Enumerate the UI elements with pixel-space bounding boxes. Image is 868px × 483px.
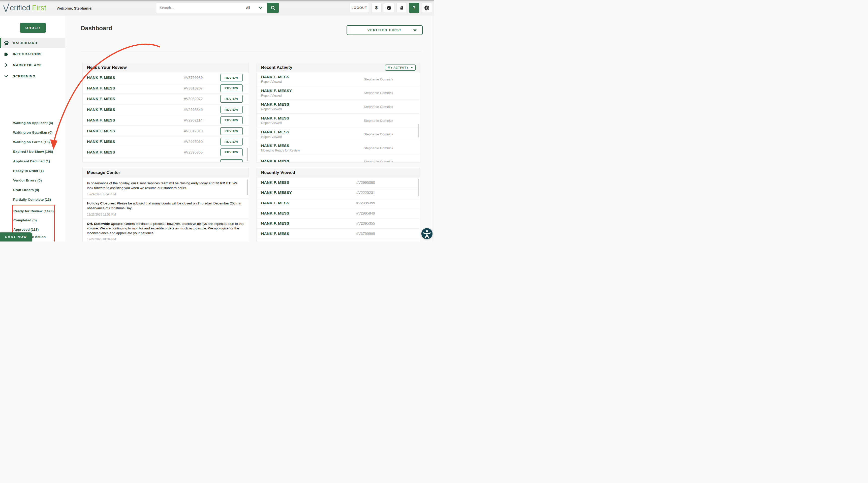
- needs-review-row: HANK F. MESS #V2395355 REVIEW: [83, 147, 249, 158]
- activity-row: HANK F. MESS Stephanie Comnick: [257, 155, 420, 162]
- welcome-user-name: Stephanie: [74, 6, 91, 10]
- order-number: #V2995849: [184, 108, 203, 112]
- review-button[interactable]: REVIEW: [220, 159, 243, 162]
- clock-icon: [386, 5, 392, 10]
- applicant-name-link[interactable]: HANK F. MESS: [261, 180, 289, 185]
- review-button[interactable]: REVIEW: [220, 138, 243, 146]
- accessibility-person-icon: [421, 228, 433, 240]
- chat-now-button[interactable]: CHAT NOW: [0, 233, 32, 241]
- accessibility-widget-button[interactable]: [421, 228, 433, 240]
- dashboard-page: erified First Welcome, Stephanie! All: [0, 0, 434, 241]
- screening-filter-link[interactable]: Applicant Declined (1): [0, 156, 65, 166]
- applicant-name-link[interactable]: HANK F. MESS: [87, 108, 115, 112]
- lock-icon: [399, 5, 404, 10]
- applicant-name-link[interactable]: HANK F. MESS: [261, 221, 289, 225]
- scrollbar-thumb[interactable]: [418, 124, 420, 138]
- screening-filter-link[interactable]: Expired / No Show (198): [0, 147, 65, 156]
- sidebar-nav: DASHBOARD INTEGRATIONS: [0, 38, 65, 81]
- security-button[interactable]: [397, 3, 407, 13]
- applicant-name-link[interactable]: HANK F. MESS: [87, 150, 115, 154]
- screening-filter-link[interactable]: Ready for Review (1428): [13, 207, 54, 216]
- verified-first-logo[interactable]: erified First: [3, 3, 46, 12]
- recently-viewed-panel: Recently Viewed HANK F. MESS #V2995060 H…: [256, 168, 420, 241]
- search-button[interactable]: [267, 3, 279, 13]
- search-scope-select[interactable]: All: [245, 3, 267, 13]
- order-button[interactable]: ORDER: [20, 23, 46, 33]
- sidebar-item-integrations[interactable]: INTEGRATIONS: [0, 49, 65, 59]
- chevron-down-icon: [3, 75, 9, 78]
- message-bold-lead: Holiday Closures:: [87, 202, 116, 205]
- needs-review-row: HANK F. MESS #V3799989 REVIEW: [83, 72, 249, 83]
- order-number: #V3032072: [184, 97, 203, 101]
- search-scope-value: All: [246, 6, 250, 10]
- needs-your-review-panel: Needs Your Review HANK F. MESS #V3799989…: [83, 63, 249, 162]
- activity-filter-dropdown[interactable]: MY ACTIVITY: [385, 64, 415, 70]
- applicant-name-link[interactable]: HANK F. MESSY: [261, 190, 292, 195]
- logo-checkmark-v-icon: [3, 3, 9, 12]
- screening-filter-link[interactable]: Partially Complete (13): [0, 194, 65, 204]
- screening-filter-link[interactable]: Ready to Order (1): [0, 166, 65, 176]
- recently-viewed-row: HANK F. MESSY #V2220231: [257, 188, 420, 198]
- screening-filter-link[interactable]: Waiting on Guardian (0): [0, 127, 65, 137]
- review-button[interactable]: REVIEW: [220, 149, 243, 156]
- review-button[interactable]: REVIEW: [220, 106, 243, 114]
- order-number: #V3313207: [184, 86, 203, 90]
- review-button[interactable]: REVIEW: [220, 95, 243, 102]
- panel-header: Recently Viewed: [257, 168, 420, 178]
- logo-text-first: First: [32, 3, 46, 12]
- activity-user: Stephanie Comnick: [364, 146, 393, 150]
- activity-user: Stephanie Comnick: [364, 104, 393, 109]
- sidebar-item-label: SCREENING: [13, 74, 35, 78]
- order-number: #V3799989: [184, 76, 203, 80]
- dollar-icon: $: [375, 5, 377, 10]
- screening-filter-link[interactable]: Vendor Errors (0): [0, 176, 65, 185]
- account-selector-dropdown[interactable]: VERIFIED FIRST: [346, 25, 423, 35]
- applicant-name-link[interactable]: HANK F. MESS: [87, 129, 115, 133]
- recent-activity-panel: Recent Activity MY ACTIVITY HANK F. MESS…: [256, 63, 420, 162]
- history-button[interactable]: [384, 3, 394, 13]
- needs-review-row: HANK F. MESS #V2995849 REVIEW: [83, 104, 249, 115]
- message-text: In observance of the holiday, our Client…: [87, 181, 245, 190]
- applicant-name-link[interactable]: HANK F. MESS: [87, 118, 115, 122]
- scrollbar-thumb[interactable]: [418, 179, 420, 196]
- needs-review-row: HANK F. MESS #V3032072 REVIEW: [83, 94, 249, 104]
- screening-filter-link[interactable]: Waiting on Applicant (4): [0, 118, 65, 127]
- scrollbar-thumb[interactable]: [247, 148, 248, 161]
- screening-submenu: Waiting on Applicant (4) Waiting on Guar…: [0, 118, 65, 204]
- search-icon: [271, 5, 276, 10]
- help-button[interactable]: ?: [409, 3, 420, 13]
- page-scrollbar[interactable]: [432, 16, 434, 241]
- panel-header: Message Center: [83, 168, 249, 178]
- review-button[interactable]: REVIEW: [220, 85, 243, 92]
- sidebar-item-marketplace[interactable]: MARKETPLACE: [0, 60, 65, 70]
- screening-filter-link[interactable]: Completed (5): [13, 216, 54, 225]
- gear-icon: [424, 5, 430, 10]
- sidebar-item-dashboard[interactable]: DASHBOARD: [0, 38, 65, 48]
- review-button[interactable]: REVIEW: [220, 74, 243, 82]
- logout-button[interactable]: LOGOUT: [350, 3, 369, 13]
- applicant-name-link[interactable]: HANK F. MESS: [87, 76, 115, 80]
- panel-header: Needs Your Review: [83, 63, 249, 72]
- screening-filter-link[interactable]: Draft Orders (8): [0, 185, 65, 194]
- settings-button[interactable]: [422, 3, 432, 13]
- applicant-name-link[interactable]: HANK F. MESS: [87, 140, 115, 144]
- applicant-name-link[interactable]: HANK F. MESS: [261, 211, 289, 215]
- review-button[interactable]: REVIEW: [220, 127, 243, 135]
- applicant-name-link[interactable]: HANK F. MESS: [261, 232, 289, 236]
- message-date: 12/23/2025 12:51 PM: [87, 213, 245, 216]
- needs-review-row: HANK F. MESS #V3313207 REVIEW: [83, 83, 249, 93]
- sidebar: ORDER DASHBOARD: [0, 16, 65, 241]
- applicant-name-link[interactable]: HANK F. MESS: [87, 96, 115, 101]
- applicant-name-link[interactable]: HANK F. MESS: [261, 201, 289, 205]
- sidebar-item-screening[interactable]: SCREENING: [0, 71, 65, 81]
- needs-review-row: REVIEW: [83, 158, 249, 162]
- scrollbar-thumb[interactable]: [247, 180, 248, 195]
- applicant-name-link[interactable]: HANK F. MESS: [87, 86, 115, 91]
- recently-viewed-row: HANK F. MESS #V3799989: [257, 229, 420, 239]
- screening-filter-link[interactable]: Waiting on Forms (10): [0, 137, 65, 147]
- review-button[interactable]: REVIEW: [220, 117, 243, 124]
- billing-button[interactable]: $: [371, 3, 381, 13]
- message-bold-text: 6:30 PM ET: [213, 181, 230, 185]
- order-number: #V2395355: [356, 221, 375, 225]
- search-input[interactable]: [156, 3, 245, 13]
